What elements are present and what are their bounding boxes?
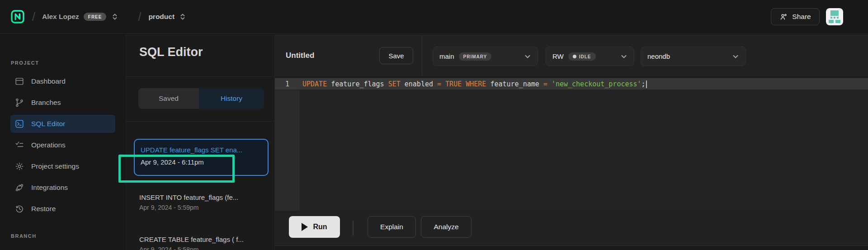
sidebar: PROJECT Dashboard Branches [0, 34, 126, 250]
org-selector[interactable]: Alex Lopez FREE [35, 12, 118, 21]
branch-value: main [439, 52, 454, 60]
project-selector[interactable]: product [141, 12, 186, 21]
primary-badge: PRIMARY [459, 52, 492, 61]
line-number: 1 [275, 80, 300, 88]
sidebar-item-restore[interactable]: Restore [10, 200, 115, 218]
neon-logo[interactable] [11, 10, 24, 24]
neon-logo-icon [11, 10, 24, 24]
chevron-down-icon [732, 53, 739, 60]
sidebar-item-label: Branches [31, 99, 61, 107]
sql-editor-panel: SQL Editor Saved History UPDATE feature_… [126, 34, 275, 250]
history-item-title: CREATE TABLE feature_flags ( f... [139, 236, 266, 243]
database-dropdown[interactable]: neondb [641, 47, 746, 66]
org-name: Alex Lopez [42, 13, 79, 21]
top-bar: / Alex Lopez FREE / product Share [0, 0, 868, 34]
sidebar-item-project-settings[interactable]: Project settings [10, 157, 115, 175]
tab-saved[interactable]: Saved [138, 88, 199, 109]
sql-statement: UPDATE feature_flags SET enabled = TRUE … [302, 80, 647, 88]
chevron-up-down-icon [179, 12, 186, 21]
code-editor-area[interactable]: 1 UPDATE feature_flags SET enabled = TRU… [275, 78, 868, 211]
branch-dropdown[interactable]: main PRIMARY [433, 47, 538, 66]
run-label: Run [313, 223, 327, 231]
query-title: Untitled [286, 34, 314, 76]
integrations-icon [14, 183, 24, 193]
editor-actions-bar: Run Explain Analyze [275, 211, 868, 245]
sidebar-item-label: SQL Editor [31, 120, 65, 128]
operations-icon [14, 140, 24, 150]
sidebar-section-project: PROJECT [11, 60, 39, 66]
divider [126, 121, 274, 122]
history-item-date: Apr 9, 2024 - 5:58pm [139, 246, 266, 250]
divider [422, 36, 422, 75]
chevron-up-down-icon [112, 12, 118, 21]
history-item-selected[interactable]: UPDATE feature_flags SET ena... Apr 9, 2… [134, 139, 269, 176]
users-icon [779, 13, 788, 21]
share-button[interactable]: Share [771, 8, 820, 25]
status-badge: IDLE [568, 52, 596, 61]
sidebar-item-label: Operations [31, 141, 66, 149]
idle-status-dot [573, 55, 576, 58]
sql-editor-icon [14, 119, 24, 129]
sidebar-item-label: Restore [31, 205, 56, 213]
saved-history-tabs: Saved History [138, 88, 264, 109]
divider [126, 76, 274, 77]
save-button[interactable]: Save [379, 47, 413, 64]
analyze-button[interactable]: Analyze [421, 216, 472, 238]
editor-footer-strip [275, 245, 868, 250]
database-value: neondb [647, 52, 670, 60]
sidebar-item-dashboard[interactable]: Dashboard [10, 72, 115, 90]
history-item-title: INSERT INTO feature_flags (fe... [139, 193, 266, 201]
editor-toolbar: Untitled Save main PRIMARY RW IDLE neond… [275, 34, 868, 77]
dashboard-icon [14, 76, 24, 86]
sidebar-item-label: Project settings [31, 162, 79, 170]
sidebar-item-branches[interactable]: Branches [10, 94, 115, 112]
topbar-right: Share [771, 8, 868, 25]
history-item[interactable]: CREATE TABLE feature_flags ( f... Apr 9,… [139, 236, 266, 250]
divider [353, 221, 354, 236]
settings-gear-icon [14, 161, 24, 171]
breadcrumb-slash: / [32, 10, 35, 24]
sidebar-item-label: Dashboard [31, 77, 66, 85]
share-label: Share [792, 13, 811, 21]
sidebar-item-integrations[interactable]: Integrations [10, 179, 115, 197]
compute-dropdown[interactable]: RW IDLE [546, 47, 634, 66]
status-label: IDLE [579, 54, 591, 59]
text-cursor [646, 80, 647, 88]
code-line-1[interactable]: 1 UPDATE feature_flags SET enabled = TRU… [275, 78, 868, 90]
project-name: product [148, 13, 175, 21]
history-item-title: UPDATE feature_flags SET ena... [141, 146, 262, 154]
page-title: SQL Editor [139, 45, 203, 59]
plan-badge: FREE [84, 13, 107, 21]
avatar-identicon [826, 8, 843, 25]
tab-history[interactable]: History [199, 88, 264, 109]
explain-button[interactable]: Explain [368, 216, 416, 238]
breadcrumb-slash: / [138, 10, 141, 24]
history-item-date: Apr 9, 2024 - 6:11pm [141, 158, 262, 166]
restore-history-icon [14, 204, 24, 214]
avatar[interactable] [826, 8, 843, 25]
run-button[interactable]: Run [289, 216, 340, 238]
chevron-down-icon [524, 53, 531, 60]
history-item[interactable]: INSERT INTO feature_flags (fe... Apr 9, … [139, 193, 266, 211]
compute-value: RW [552, 52, 564, 60]
history-item-date: Apr 9, 2024 - 5:59pm [139, 204, 266, 211]
play-icon [302, 223, 308, 231]
sidebar-item-sql-editor[interactable]: SQL Editor [10, 115, 115, 133]
sidebar-section-branch: BRANCH [11, 233, 37, 239]
branches-icon [14, 98, 24, 108]
chevron-down-icon [620, 53, 627, 60]
sidebar-item-label: Integrations [31, 184, 68, 192]
line-number-gutter [275, 90, 300, 211]
sidebar-nav: Dashboard Branches SQL Editor [10, 72, 115, 218]
query-editor: Untitled Save main PRIMARY RW IDLE neond… [275, 34, 868, 250]
sidebar-item-operations[interactable]: Operations [10, 136, 115, 154]
